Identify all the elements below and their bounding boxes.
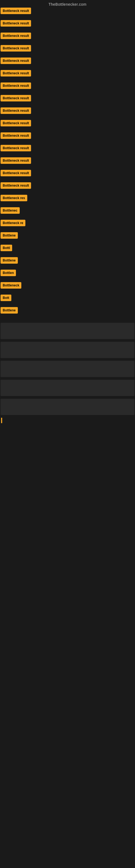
bottleneck-badge-5[interactable]: Bottleneck result [1, 58, 31, 64]
bottleneck-badge-7[interactable]: Bottleneck result [1, 83, 31, 89]
dark-bar-3 [1, 361, 134, 377]
bottleneck-badge-11[interactable]: Bottleneck result [1, 132, 31, 139]
bottleneck-row-1: Bottleneck result [0, 8, 135, 15]
bottleneck-row-8: Bottleneck result [0, 95, 135, 102]
bottleneck-badge-10[interactable]: Bottleneck result [1, 120, 31, 126]
bottleneck-badge-6[interactable]: Bottleneck result [1, 70, 31, 76]
bottleneck-row-7: Bottleneck result [0, 83, 135, 90]
bottleneck-row-3: Bottleneck result [0, 33, 135, 40]
bottleneck-badge-4[interactable]: Bottleneck result [1, 45, 31, 52]
bottleneck-badge-19[interactable]: Bottlene [1, 232, 18, 239]
site-title: TheBottlenecker.com [0, 0, 135, 8]
dark-bar-5 [1, 399, 134, 415]
bottleneck-badge-2[interactable]: Bottleneck result [1, 20, 31, 27]
bottleneck-badge-20[interactable]: Bottl [1, 245, 12, 251]
bottleneck-badge-16[interactable]: Bottleneck res [1, 195, 27, 201]
bottleneck-row-22: Bottlen [0, 270, 135, 277]
bottleneck-badge-8[interactable]: Bottleneck result [1, 95, 31, 101]
bottleneck-row-16: Bottleneck res [0, 195, 135, 203]
dark-bar-2 [1, 342, 134, 358]
bottleneck-row-6: Bottleneck result [0, 70, 135, 78]
bottleneck-row-14: Bottleneck result [0, 170, 135, 177]
page-wrapper: TheBottlenecker.com Bottleneck resultBot… [0, 0, 135, 868]
bottleneck-badge-12[interactable]: Bottleneck result [1, 145, 31, 151]
bottleneck-row-25: Bottlene [0, 307, 135, 315]
bottleneck-badge-23[interactable]: Bottleneck [1, 282, 21, 289]
bottleneck-row-18: Bottleneck re [0, 220, 135, 227]
bottleneck-badge-21[interactable]: Bottlene [1, 257, 18, 264]
bottleneck-row-24: Bott [0, 294, 135, 302]
bottleneck-row-5: Bottleneck result [0, 58, 135, 65]
bottleneck-row-11: Bottleneck result [0, 132, 135, 140]
bottleneck-badge-14[interactable]: Bottleneck result [1, 170, 31, 176]
bottleneck-row-19: Bottlene [0, 232, 135, 240]
bottleneck-row-20: Bottl [0, 245, 135, 252]
bottleneck-row-23: Bottleneck [0, 282, 135, 290]
bottleneck-badge-17[interactable]: Bottlenec [1, 207, 20, 214]
bottleneck-badge-3[interactable]: Bottleneck result [1, 33, 31, 39]
bottleneck-row-17: Bottlenec [0, 207, 135, 215]
bottleneck-badge-15[interactable]: Bottleneck result [1, 182, 31, 189]
bottleneck-row-21: Bottlene [0, 257, 135, 265]
bottleneck-row-15: Bottleneck result [0, 182, 135, 190]
bottleneck-row-9: Bottleneck result [0, 107, 135, 115]
bottleneck-badge-24[interactable]: Bott [1, 294, 11, 301]
bottleneck-row-12: Bottleneck result [0, 145, 135, 152]
bottleneck-badge-13[interactable]: Bottleneck result [1, 157, 31, 164]
bottleneck-row-10: Bottleneck result [0, 120, 135, 127]
bottleneck-row-13: Bottleneck result [0, 157, 135, 165]
bottleneck-badge-18[interactable]: Bottleneck re [1, 220, 26, 226]
bottleneck-badge-22[interactable]: Bottlen [1, 270, 16, 276]
dark-bar-4 [1, 380, 134, 396]
bottleneck-badge-1[interactable]: Bottleneck result [1, 8, 31, 14]
items-container: Bottleneck resultBottleneck resultBottle… [0, 8, 135, 315]
dark-bar-1 [1, 323, 134, 339]
bottleneck-badge-9[interactable]: Bottleneck result [1, 107, 31, 114]
bottom-section [0, 323, 135, 415]
bottleneck-row-4: Bottleneck result [0, 45, 135, 53]
bottleneck-row-2: Bottleneck result [0, 20, 135, 28]
small-indicator [0, 418, 135, 424]
bottleneck-badge-25[interactable]: Bottlene [1, 307, 18, 314]
